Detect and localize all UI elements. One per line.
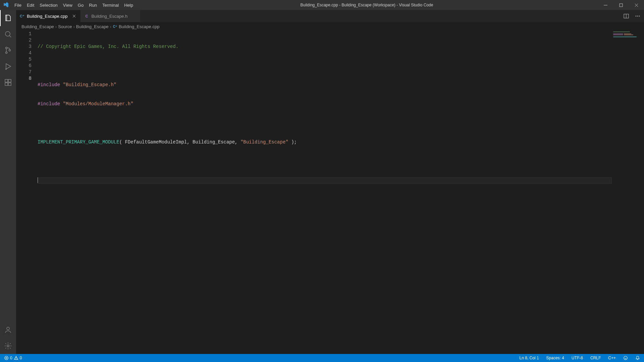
svg-point-17 — [639, 16, 640, 17]
code-string: "Building_Escape" — [240, 139, 288, 145]
breadcrumb-part[interactable]: Source — [58, 24, 72, 29]
svg-point-15 — [636, 16, 637, 17]
code-keyword: #include — [38, 82, 60, 87]
minimap[interactable] — [612, 31, 644, 354]
eol-status[interactable]: CRLF — [589, 354, 602, 362]
main-area: C⁺ Building_Escape.cpp C Building_Escape… — [0, 10, 644, 354]
close-button[interactable] — [629, 0, 644, 10]
chevron-right-icon: › — [110, 24, 111, 29]
line-number: 8 — [16, 75, 32, 82]
text-cursor — [38, 177, 38, 183]
language-status[interactable]: C++ — [607, 354, 617, 362]
line-number: 7 — [16, 69, 32, 75]
code-string: "Building_Escape.h" — [63, 82, 117, 87]
menu-view[interactable]: View — [60, 0, 75, 10]
run-debug-icon[interactable] — [0, 58, 16, 74]
line-number: 3 — [16, 44, 32, 50]
menu-file[interactable]: File — [12, 0, 24, 10]
code-text: ( FDefaultGameModuleImpl, Building_Escap… — [119, 139, 240, 145]
breadcrumb-part[interactable]: Building_Escape — [21, 24, 54, 29]
warning-count: 0 — [20, 356, 22, 360]
menu-run[interactable]: Run — [86, 0, 100, 10]
maximize-button[interactable] — [613, 0, 629, 10]
editor-actions — [620, 10, 644, 22]
tabs: C⁺ Building_Escape.cpp C Building_Escape… — [16, 10, 620, 22]
breadcrumbs[interactable]: Building_Escape › Source › Building_Esca… — [16, 22, 644, 31]
tab-label: Building_Escape.h — [91, 14, 127, 19]
search-icon[interactable] — [0, 26, 16, 42]
code-editor[interactable]: 12345678 // Copyright Epic Games, Inc. A… — [16, 31, 644, 354]
encoding-status[interactable]: UTF-8 — [570, 354, 584, 362]
split-editor-icon[interactable] — [623, 12, 630, 20]
status-bar: 0 0 Ln 8, Col 1 Spaces: 4 UTF-8 CRLF C++ — [0, 354, 644, 362]
indentation-status[interactable]: Spaces: 4 — [545, 354, 566, 362]
line-number: 1 — [16, 31, 32, 37]
svg-point-2 — [5, 32, 10, 36]
cpp-file-icon: C⁺ — [19, 13, 25, 19]
problems-status[interactable]: 0 0 — [3, 354, 23, 362]
cursor-position[interactable]: Ln 8, Col 1 — [518, 354, 540, 362]
menu-go[interactable]: Go — [75, 0, 86, 10]
svg-point-5 — [9, 50, 11, 51]
menu-help[interactable]: Help — [121, 0, 136, 10]
svg-point-11 — [7, 327, 9, 330]
breadcrumb-file[interactable]: C⁺ Building_Escape.cpp — [113, 24, 159, 29]
more-actions-icon[interactable] — [634, 12, 641, 20]
vscode-logo-icon — [0, 2, 12, 8]
chevron-right-icon: › — [55, 24, 57, 29]
settings-gear-icon[interactable] — [0, 338, 16, 354]
line-gutter: 12345678 — [16, 31, 38, 354]
accounts-icon[interactable] — [0, 322, 16, 338]
line-number: 5 — [16, 56, 32, 63]
tab-building-escape-cpp[interactable]: C⁺ Building_Escape.cpp — [16, 10, 80, 22]
svg-point-3 — [6, 47, 7, 49]
svg-rect-8 — [5, 83, 8, 85]
svg-rect-7 — [5, 79, 8, 82]
window-title: Building_Escape.cpp - Building_Escape (W… — [136, 3, 598, 7]
menu-selection[interactable]: Selection — [37, 0, 60, 10]
main-menu: File Edit Selection View Go Run Terminal… — [12, 0, 136, 10]
notifications-bell-icon[interactable] — [634, 354, 641, 362]
code-text: ); — [288, 139, 297, 145]
code-comment: // Copyright Epic Games, Inc. All Rights… — [38, 44, 178, 49]
activity-bottom-group — [0, 322, 16, 354]
svg-rect-10 — [8, 79, 11, 82]
explorer-icon[interactable] — [0, 10, 16, 26]
cpp-file-icon: C⁺ — [113, 24, 117, 29]
window-controls — [598, 0, 644, 10]
svg-point-12 — [7, 345, 9, 347]
header-file-icon: C — [84, 13, 89, 19]
editor-area: C⁺ Building_Escape.cpp C Building_Escape… — [16, 10, 644, 354]
svg-point-4 — [6, 52, 7, 54]
svg-point-6 — [5, 68, 7, 70]
error-count: 0 — [10, 356, 12, 360]
status-right: Ln 8, Col 1 Spaces: 4 UTF-8 CRLF C++ — [518, 354, 641, 362]
menu-terminal[interactable]: Terminal — [100, 0, 121, 10]
titlebar: File Edit Selection View Go Run Terminal… — [0, 0, 644, 10]
menu-edit[interactable]: Edit — [24, 0, 37, 10]
breadcrumb-part[interactable]: Building_Escape — [76, 24, 109, 29]
extensions-icon[interactable] — [0, 74, 16, 90]
feedback-icon[interactable] — [622, 354, 629, 362]
close-tab-icon[interactable] — [71, 13, 77, 19]
source-control-icon[interactable] — [0, 42, 16, 58]
svg-rect-9 — [8, 83, 11, 85]
tabs-row: C⁺ Building_Escape.cpp C Building_Escape… — [16, 10, 644, 22]
code-keyword: #include — [38, 101, 60, 107]
tab-building-escape-h[interactable]: C Building_Escape.h — [80, 10, 141, 22]
minimize-button[interactable] — [598, 0, 613, 10]
tab-label: Building_Escape.cpp — [27, 14, 67, 19]
line-number: 6 — [16, 63, 32, 69]
breadcrumb-file-label: Building_Escape.cpp — [119, 24, 159, 29]
code-content[interactable]: // Copyright Epic Games, Inc. All Rights… — [38, 31, 612, 354]
svg-point-20 — [624, 356, 628, 360]
code-string: "Modules/ModuleManager.h" — [63, 101, 133, 107]
activity-top-group — [0, 10, 16, 90]
svg-rect-0 — [604, 5, 607, 5]
chevron-right-icon: › — [73, 24, 74, 29]
line-number: 2 — [16, 37, 32, 44]
code-macro: IMPLEMENT_PRIMARY_GAME_MODULE — [38, 139, 119, 145]
activity-bar — [0, 10, 16, 354]
line-number: 4 — [16, 50, 32, 56]
svg-rect-1 — [620, 4, 623, 7]
